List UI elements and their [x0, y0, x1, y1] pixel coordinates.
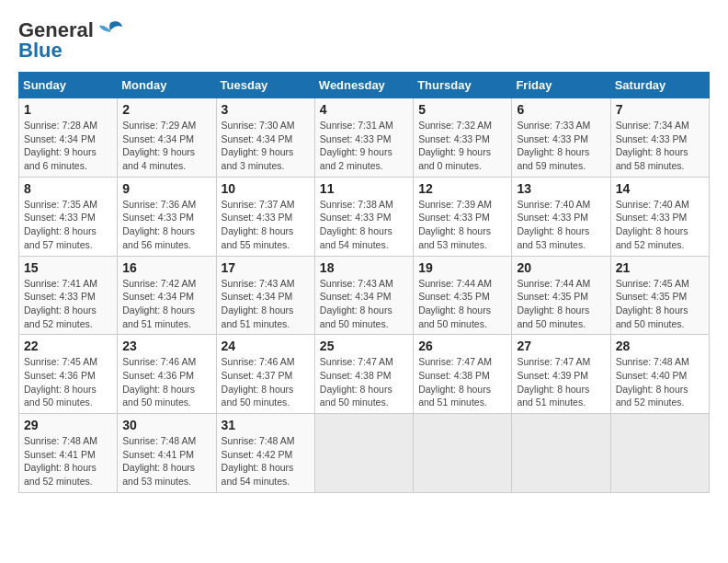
calendar-day-cell: 24Sunrise: 7:46 AM Sunset: 4:37 PM Dayli…: [216, 335, 314, 414]
day-info: Sunrise: 7:41 AM Sunset: 4:33 PM Dayligh…: [24, 277, 112, 331]
weekday-header-tuesday: Tuesday: [216, 73, 314, 98]
day-info: Sunrise: 7:46 AM Sunset: 4:36 PM Dayligh…: [122, 355, 210, 409]
day-info: Sunrise: 7:48 AM Sunset: 4:41 PM Dayligh…: [24, 434, 112, 488]
day-info: Sunrise: 7:32 AM Sunset: 4:33 PM Dayligh…: [418, 119, 506, 173]
calendar-day-cell: 3Sunrise: 7:30 AM Sunset: 4:34 PM Daylig…: [216, 98, 314, 178]
day-number: 17: [222, 260, 310, 275]
calendar-day-cell: 25Sunrise: 7:47 AM Sunset: 4:38 PM Dayli…: [314, 335, 413, 414]
weekday-header-friday: Friday: [512, 73, 610, 98]
day-number: 28: [616, 339, 704, 353]
calendar-day-cell: 5Sunrise: 7:32 AM Sunset: 4:33 PM Daylig…: [414, 98, 512, 178]
weekday-header-monday: Monday: [118, 73, 216, 98]
weekday-header-sunday: Sunday: [19, 73, 118, 98]
calendar-day-cell: 23Sunrise: 7:46 AM Sunset: 4:36 PM Dayli…: [118, 335, 216, 414]
calendar-day-cell: 20Sunrise: 7:44 AM Sunset: 4:35 PM Dayli…: [512, 256, 610, 335]
day-info: Sunrise: 7:48 AM Sunset: 4:41 PM Dayligh…: [122, 434, 210, 488]
day-number: 4: [320, 102, 408, 117]
calendar-day-cell: 31Sunrise: 7:48 AM Sunset: 4:42 PM Dayli…: [216, 414, 314, 493]
calendar-day-cell: 30Sunrise: 7:48 AM Sunset: 4:41 PM Dayli…: [118, 414, 216, 493]
day-info: Sunrise: 7:47 AM Sunset: 4:38 PM Dayligh…: [320, 355, 408, 409]
day-number: 21: [616, 260, 704, 275]
calendar-day-cell: 28Sunrise: 7:48 AM Sunset: 4:40 PM Dayli…: [610, 335, 709, 414]
day-info: Sunrise: 7:48 AM Sunset: 4:42 PM Dayligh…: [222, 434, 310, 488]
day-info: Sunrise: 7:47 AM Sunset: 4:39 PM Dayligh…: [517, 355, 605, 409]
calendar-week-row: 1Sunrise: 7:28 AM Sunset: 4:34 PM Daylig…: [19, 98, 710, 178]
weekday-header-saturday: Saturday: [610, 73, 709, 98]
day-info: Sunrise: 7:44 AM Sunset: 4:35 PM Dayligh…: [517, 277, 605, 331]
day-info: Sunrise: 7:38 AM Sunset: 4:33 PM Dayligh…: [320, 198, 408, 252]
calendar-day-cell: 2Sunrise: 7:29 AM Sunset: 4:34 PM Daylig…: [118, 98, 216, 178]
day-info: Sunrise: 7:39 AM Sunset: 4:33 PM Dayligh…: [418, 198, 506, 252]
day-number: 24: [222, 339, 310, 353]
calendar-day-cell: 7Sunrise: 7:34 AM Sunset: 4:33 PM Daylig…: [610, 98, 709, 178]
calendar-table: SundayMondayTuesdayWednesdayThursdayFrid…: [18, 72, 710, 493]
weekday-header-thursday: Thursday: [414, 73, 512, 98]
calendar-day-cell: [610, 414, 709, 493]
day-info: Sunrise: 7:44 AM Sunset: 4:35 PM Dayligh…: [418, 277, 506, 331]
day-info: Sunrise: 7:28 AM Sunset: 4:34 PM Dayligh…: [24, 119, 112, 173]
calendar-day-cell: [414, 414, 512, 493]
day-info: Sunrise: 7:36 AM Sunset: 4:33 PM Dayligh…: [122, 198, 210, 252]
calendar-week-row: 8Sunrise: 7:35 AM Sunset: 4:33 PM Daylig…: [19, 177, 710, 256]
day-info: Sunrise: 7:34 AM Sunset: 4:33 PM Dayligh…: [616, 119, 704, 173]
day-info: Sunrise: 7:45 AM Sunset: 4:35 PM Dayligh…: [616, 277, 704, 331]
calendar-week-row: 29Sunrise: 7:48 AM Sunset: 4:41 PM Dayli…: [19, 414, 710, 493]
day-number: 10: [222, 181, 310, 196]
day-number: 29: [24, 418, 112, 432]
day-number: 19: [418, 260, 506, 275]
calendar-day-cell: [314, 414, 413, 493]
calendar-day-cell: 17Sunrise: 7:43 AM Sunset: 4:34 PM Dayli…: [216, 256, 314, 335]
calendar-day-cell: 11Sunrise: 7:38 AM Sunset: 4:33 PM Dayli…: [314, 177, 413, 256]
day-number: 7: [616, 102, 704, 117]
day-number: 31: [222, 418, 310, 432]
day-number: 18: [320, 260, 408, 275]
logo-blue-text: Blue: [18, 39, 63, 63]
day-number: 6: [517, 102, 605, 117]
day-number: 9: [122, 181, 210, 196]
calendar-day-cell: 15Sunrise: 7:41 AM Sunset: 4:33 PM Dayli…: [19, 256, 118, 335]
day-number: 12: [418, 181, 506, 196]
calendar-day-cell: 21Sunrise: 7:45 AM Sunset: 4:35 PM Dayli…: [610, 256, 709, 335]
weekday-header-wednesday: Wednesday: [314, 73, 413, 98]
day-number: 22: [24, 339, 112, 353]
day-info: Sunrise: 7:45 AM Sunset: 4:36 PM Dayligh…: [24, 355, 112, 409]
day-number: 1: [24, 102, 112, 117]
calendar-day-cell: 18Sunrise: 7:43 AM Sunset: 4:34 PM Dayli…: [314, 256, 413, 335]
day-info: Sunrise: 7:48 AM Sunset: 4:40 PM Dayligh…: [616, 355, 704, 409]
weekday-header-row: SundayMondayTuesdayWednesdayThursdayFrid…: [19, 73, 710, 98]
day-number: 11: [320, 181, 408, 196]
day-number: 14: [616, 181, 704, 196]
day-number: 26: [418, 339, 506, 353]
day-number: 30: [122, 418, 210, 432]
calendar-day-cell: 29Sunrise: 7:48 AM Sunset: 4:41 PM Dayli…: [19, 414, 118, 493]
calendar-day-cell: [512, 414, 610, 493]
day-number: 8: [24, 181, 112, 196]
day-number: 2: [122, 102, 210, 117]
calendar-day-cell: 10Sunrise: 7:37 AM Sunset: 4:33 PM Dayli…: [216, 177, 314, 256]
calendar-day-cell: 26Sunrise: 7:47 AM Sunset: 4:38 PM Dayli…: [414, 335, 512, 414]
calendar-day-cell: 16Sunrise: 7:42 AM Sunset: 4:34 PM Dayli…: [118, 256, 216, 335]
day-info: Sunrise: 7:35 AM Sunset: 4:33 PM Dayligh…: [24, 198, 112, 252]
calendar-day-cell: 19Sunrise: 7:44 AM Sunset: 4:35 PM Dayli…: [414, 256, 512, 335]
day-number: 20: [517, 260, 605, 275]
day-info: Sunrise: 7:42 AM Sunset: 4:34 PM Dayligh…: [122, 277, 210, 331]
calendar-day-cell: 8Sunrise: 7:35 AM Sunset: 4:33 PM Daylig…: [19, 177, 118, 256]
day-number: 3: [222, 102, 310, 117]
calendar-day-cell: 13Sunrise: 7:40 AM Sunset: 4:33 PM Dayli…: [512, 177, 610, 256]
calendar-day-cell: 4Sunrise: 7:31 AM Sunset: 4:33 PM Daylig…: [314, 98, 413, 178]
calendar-day-cell: 22Sunrise: 7:45 AM Sunset: 4:36 PM Dayli…: [19, 335, 118, 414]
day-info: Sunrise: 7:40 AM Sunset: 4:33 PM Dayligh…: [517, 198, 605, 252]
day-info: Sunrise: 7:46 AM Sunset: 4:37 PM Dayligh…: [222, 355, 310, 409]
day-number: 15: [24, 260, 112, 275]
page-header: General Blue: [18, 18, 710, 63]
calendar-day-cell: 9Sunrise: 7:36 AM Sunset: 4:33 PM Daylig…: [118, 177, 216, 256]
day-info: Sunrise: 7:43 AM Sunset: 4:34 PM Dayligh…: [320, 277, 408, 331]
day-info: Sunrise: 7:29 AM Sunset: 4:34 PM Dayligh…: [122, 119, 210, 173]
day-info: Sunrise: 7:37 AM Sunset: 4:33 PM Dayligh…: [222, 198, 310, 252]
day-info: Sunrise: 7:43 AM Sunset: 4:34 PM Dayligh…: [222, 277, 310, 331]
calendar-day-cell: 27Sunrise: 7:47 AM Sunset: 4:39 PM Dayli…: [512, 335, 610, 414]
calendar-day-cell: 12Sunrise: 7:39 AM Sunset: 4:33 PM Dayli…: [414, 177, 512, 256]
day-info: Sunrise: 7:47 AM Sunset: 4:38 PM Dayligh…: [418, 355, 506, 409]
day-number: 25: [320, 339, 408, 353]
calendar-week-row: 15Sunrise: 7:41 AM Sunset: 4:33 PM Dayli…: [19, 256, 710, 335]
